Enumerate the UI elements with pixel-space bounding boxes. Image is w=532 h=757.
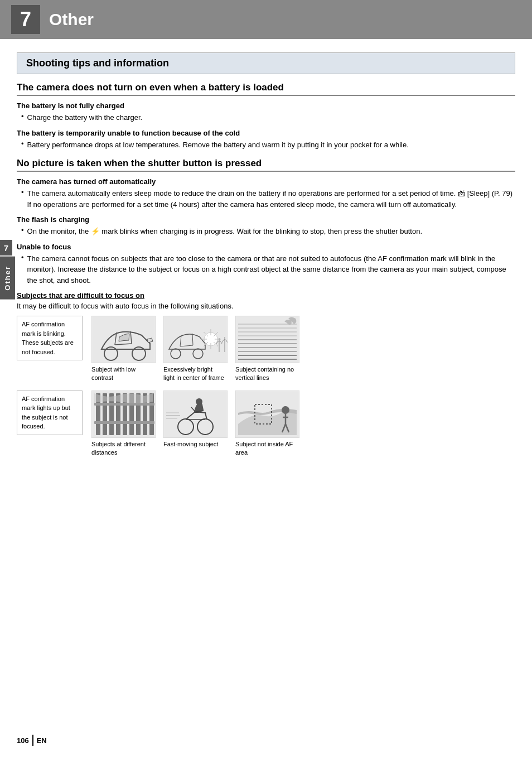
- chapter-title: Other: [49, 10, 94, 29]
- section2-sub1-bullet: • The camera automatically enters sleep …: [17, 188, 515, 210]
- page-header: 7 Other: [0, 0, 532, 39]
- bullet-point2: •: [21, 139, 24, 151]
- focus-row2-images: Subjects at different distances: [91, 390, 299, 457]
- bullet-point5: •: [21, 253, 24, 286]
- section1-sub1-text: Charge the battery with the charger.: [27, 112, 143, 123]
- section1-sub2-heading: The battery is temporarily unable to fun…: [17, 129, 515, 137]
- section1-sub1-bullet: • Charge the battery with the charger.: [17, 112, 515, 123]
- svg-rect-33: [94, 403, 154, 406]
- bullet-point4: •: [21, 226, 24, 237]
- svg-point-43: [282, 406, 289, 414]
- img-cell-distances: Subjects at different distances: [91, 390, 156, 457]
- caption-outside-af: Subject not inside AF area: [235, 440, 297, 457]
- focus-row-2: AF confirmation mark lights up but the s…: [17, 390, 515, 457]
- footer-divider: [32, 735, 33, 746]
- side-tab-label: Other: [0, 257, 15, 300]
- section2-heading: No picture is taken when the shutter but…: [17, 158, 515, 172]
- section1-sub2-bullet: • Battery performance drops at low tempe…: [17, 139, 515, 151]
- caption-bright: Excessively bright light in center of fr…: [163, 365, 225, 383]
- no-vertical-lines-image: [235, 316, 299, 363]
- img-cell-no-vertical: Subject containing no vertical lines: [235, 316, 299, 383]
- img-cell-moving: Fast-moving subject: [163, 390, 228, 449]
- page-number: 106: [17, 736, 29, 745]
- svg-rect-35: [163, 390, 228, 438]
- bullet-point: •: [21, 112, 24, 123]
- focus-row1-images: Subject with low contrast: [91, 316, 299, 383]
- footer-lang: EN: [37, 736, 47, 745]
- section2-sub1-text: The camera automatically enters sleep mo…: [27, 188, 513, 210]
- svg-point-11: [207, 335, 215, 343]
- focus-row-1: AF confirmation mark is blinking. These …: [17, 316, 515, 383]
- different-distances-image: [91, 390, 156, 438]
- img-cell-outside-af: Subject not inside AF area: [235, 390, 299, 457]
- section1-heading: The camera does not turn on even when a …: [17, 82, 515, 96]
- fast-moving-image: [163, 390, 228, 438]
- page-footer: 106 EN: [17, 735, 47, 746]
- bullet-point3: •: [21, 188, 24, 210]
- img-cell-low-contrast: Subject with low contrast: [91, 316, 156, 383]
- section1-sub2-text: Battery performance drops at low tempera…: [27, 139, 409, 151]
- main-content: Shooting tips and information The camera…: [17, 39, 515, 457]
- outside-af-image: [235, 390, 299, 438]
- section2-sub1-heading: The camera has turned off automatically: [17, 177, 515, 186]
- af-lit-note: AF confirmation mark lights up but the s…: [17, 390, 83, 435]
- chapter-number: 7: [11, 5, 40, 34]
- section2-sub3-bullet: • The camera cannot focus on subjects th…: [17, 253, 515, 286]
- side-tab-number: 7: [0, 240, 12, 255]
- difficult-focus-intro: It may be difficult to focus with auto f…: [17, 302, 515, 310]
- caption-moving: Fast-moving subject: [163, 440, 218, 449]
- caption-low-contrast: Subject with low contrast: [91, 365, 153, 383]
- bright-light-image: [163, 316, 228, 363]
- svg-point-41: [196, 398, 202, 405]
- section2-sub3-text: The camera cannot focus on subjects that…: [27, 253, 515, 286]
- low-contrast-image: [91, 316, 156, 363]
- af-blinking-note: AF confirmation mark is blinking. These …: [17, 316, 83, 360]
- section2-sub3-heading: Unable to focus: [17, 243, 515, 251]
- section2-sub2-heading: The flash is charging: [17, 215, 515, 224]
- caption-no-vertical: Subject containing no vertical lines: [235, 365, 297, 383]
- difficult-focus-heading: Subjects that are difficult to focus on: [17, 291, 515, 300]
- section2-sub2-bullet: • On the monitor, the ⚡ mark blinks when…: [17, 226, 515, 237]
- caption-distances: Subjects at different distances: [91, 440, 153, 457]
- img-cell-bright: Excessively bright light in center of fr…: [163, 316, 228, 383]
- section-title: Shooting tips and information: [17, 52, 515, 74]
- section2-sub2-text: On the monitor, the ⚡ mark blinks when c…: [27, 226, 423, 237]
- svg-rect-34: [94, 421, 154, 424]
- section1-sub1-heading: The battery is not fully charged: [17, 102, 515, 110]
